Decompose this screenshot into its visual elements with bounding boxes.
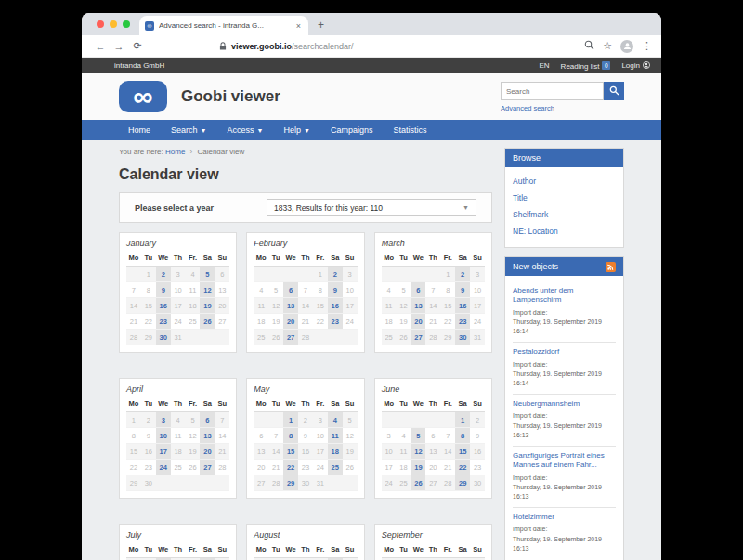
day-header: Sa bbox=[200, 252, 215, 267]
nav-item-search[interactable]: Search▼ bbox=[162, 125, 215, 135]
calendar-day-active[interactable]: 22 bbox=[455, 460, 470, 475]
new-object-link[interactable]: Pestalozzidorf bbox=[513, 347, 616, 357]
breadcrumb-home-link[interactable]: Home bbox=[165, 148, 185, 156]
browse-link[interactable]: Shelfmark bbox=[513, 206, 616, 223]
calendar-day-active[interactable]: 5 bbox=[200, 267, 215, 282]
calendar-day-active[interactable]: 1 bbox=[455, 412, 470, 428]
calendar-day-active[interactable]: 8 bbox=[455, 428, 470, 444]
calendar-day-active[interactable]: 24 bbox=[156, 460, 171, 475]
new-tab-button[interactable]: + bbox=[318, 19, 324, 35]
calendar-day-active[interactable]: 13 bbox=[200, 428, 215, 444]
calendar-day-active[interactable]: 13 bbox=[411, 298, 425, 314]
bookmark-star-icon[interactable]: ☆ bbox=[603, 40, 612, 52]
calendar-day-active[interactable]: 23 bbox=[328, 314, 343, 330]
calendar-day: 17 bbox=[382, 460, 397, 475]
year-select-dropdown[interactable]: 1833, Results for this year: 110 ▼ bbox=[267, 199, 476, 216]
new-object-link[interactable]: Abends unter dem Lampenschirm bbox=[513, 286, 616, 306]
browser-menu-icon[interactable]: ⋮ bbox=[642, 40, 652, 52]
calendar-day-active[interactable]: 9 bbox=[455, 282, 470, 298]
calendar-day-active[interactable]: 18 bbox=[328, 444, 343, 460]
calendar-day-active[interactable]: 12 bbox=[411, 444, 425, 460]
calendar-day-active[interactable]: 15 bbox=[455, 444, 470, 460]
language-switch[interactable]: EN bbox=[539, 61, 549, 70]
calendar-day-active[interactable]: 19 bbox=[411, 460, 425, 475]
new-object-link[interactable]: Hotelzimmer bbox=[513, 513, 616, 522]
calendar-day-active[interactable]: 2 bbox=[156, 267, 171, 282]
rss-icon[interactable] bbox=[606, 262, 616, 272]
calendar-day-active[interactable]: 20 bbox=[411, 314, 425, 330]
calendar-day-active[interactable]: 17 bbox=[156, 444, 171, 460]
calendar-day-active[interactable]: 30 bbox=[455, 330, 470, 345]
calendar-day-active[interactable]: 5 bbox=[411, 428, 425, 444]
goobi-logo[interactable]: ∞ bbox=[119, 81, 167, 112]
calendar-day-active[interactable]: 27 bbox=[283, 330, 298, 345]
calendar-day-active[interactable]: 22 bbox=[283, 460, 298, 475]
search-button[interactable] bbox=[604, 82, 624, 100]
address-bar[interactable]: viewer.goobi.io/searchcalendar/ bbox=[219, 42, 584, 51]
browse-link[interactable]: Title bbox=[513, 189, 616, 206]
calendar-day-active[interactable]: 23 bbox=[156, 314, 171, 330]
calendar-day-active[interactable]: 2 bbox=[455, 267, 470, 282]
close-window-button[interactable] bbox=[97, 20, 104, 28]
nav-item-campaigns[interactable]: Campaigns bbox=[321, 125, 383, 135]
calendar-day: 10 bbox=[313, 428, 328, 444]
calendar-day-active[interactable]: 11 bbox=[328, 428, 343, 444]
calendar-day-active[interactable]: 19 bbox=[200, 298, 215, 314]
calendar-day-active[interactable]: 6 bbox=[200, 412, 215, 428]
calendar-day-active[interactable]: 13 bbox=[283, 298, 298, 314]
calendar-day-active[interactable]: 6 bbox=[283, 282, 298, 298]
advanced-search-link[interactable]: Advanced search bbox=[501, 104, 624, 112]
browse-link[interactable]: NE: Location bbox=[513, 223, 616, 240]
nav-item-access[interactable]: Access▼ bbox=[217, 125, 272, 135]
tab-close-icon[interactable]: × bbox=[294, 21, 303, 31]
calendar-day-active[interactable]: 3 bbox=[156, 412, 171, 428]
profile-avatar[interactable] bbox=[620, 40, 633, 53]
calendar-day-active[interactable]: 12 bbox=[200, 282, 215, 298]
calendar-day-active[interactable]: 29 bbox=[283, 475, 298, 491]
new-object-link[interactable]: Ganzfiguriges Portrait eines Mannes auf … bbox=[513, 451, 616, 471]
maximize-window-button[interactable] bbox=[123, 20, 130, 28]
new-object-link[interactable]: Neubergmannsheim bbox=[513, 399, 616, 409]
day-header: Th bbox=[425, 543, 440, 558]
calendar-day-active[interactable]: 20 bbox=[200, 444, 215, 460]
calendar-day-active[interactable]: 15 bbox=[283, 444, 298, 460]
browser-tab[interactable]: ∞ Advanced search - intranda G... × bbox=[139, 16, 308, 35]
back-icon[interactable]: ← bbox=[91, 41, 110, 52]
forward-icon[interactable]: → bbox=[110, 41, 128, 52]
calendar-day: 8 bbox=[440, 282, 455, 298]
calendar-day-active[interactable]: 8 bbox=[283, 428, 298, 444]
calendar-day-active[interactable]: 16 bbox=[328, 298, 343, 314]
calendar-day-active[interactable]: 2 bbox=[328, 267, 343, 282]
calendar-day-active[interactable]: 23 bbox=[455, 314, 470, 330]
calendar-day-active[interactable]: 26 bbox=[200, 314, 215, 330]
nav-item-home[interactable]: Home bbox=[119, 125, 160, 135]
reading-list-link[interactable]: Reading list0 bbox=[561, 61, 611, 71]
calendar-day-active[interactable]: 30 bbox=[156, 330, 171, 345]
calendar-day-active[interactable]: 9 bbox=[328, 282, 343, 298]
calendar-day-active[interactable]: 29 bbox=[455, 475, 470, 491]
nav-item-help[interactable]: Help▼ bbox=[274, 125, 319, 135]
calendar-day-active[interactable]: 26 bbox=[411, 475, 425, 491]
calendar-day-active[interactable]: 9 bbox=[156, 282, 171, 298]
calendar-day-active[interactable]: 20 bbox=[283, 314, 298, 330]
search-input[interactable] bbox=[501, 82, 604, 100]
day-header: Sa bbox=[200, 397, 215, 412]
calendar-day-active[interactable]: 16 bbox=[156, 298, 171, 314]
calendar-day-active[interactable]: 16 bbox=[455, 298, 470, 314]
calendar-day-active[interactable]: 10 bbox=[156, 428, 171, 444]
calendar-day-active[interactable]: 4 bbox=[328, 412, 343, 428]
zoom-icon[interactable] bbox=[584, 40, 594, 52]
calendar-day-active[interactable]: 1 bbox=[283, 412, 298, 428]
login-link[interactable]: Login bbox=[621, 61, 650, 71]
nav-item-statistics[interactable]: Statistics bbox=[384, 125, 436, 135]
browse-link[interactable]: Author bbox=[513, 173, 616, 189]
calendar-day-active[interactable]: 27 bbox=[200, 460, 215, 475]
minimize-window-button[interactable] bbox=[110, 20, 117, 28]
calendar-day-active[interactable]: 27 bbox=[411, 330, 425, 345]
calendar-day: 26 bbox=[343, 460, 358, 475]
reload-icon[interactable]: ⟳ bbox=[128, 40, 147, 52]
calendar-day: 9 bbox=[298, 428, 313, 444]
calendar-day: 23 bbox=[470, 460, 485, 475]
calendar-day-active[interactable]: 6 bbox=[411, 282, 425, 298]
calendar-day-active[interactable]: 25 bbox=[328, 460, 343, 475]
